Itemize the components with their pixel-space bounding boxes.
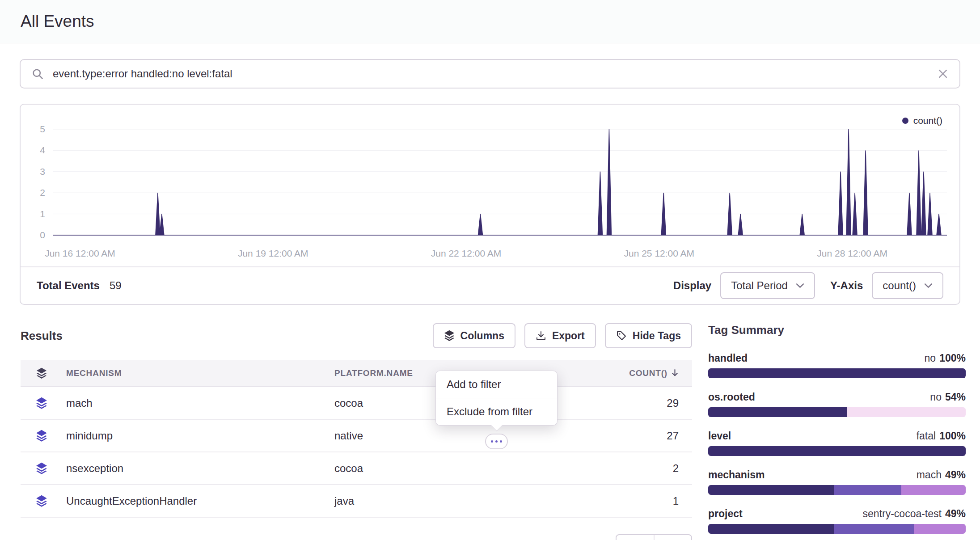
table-row[interactable]: machcocoa29 <box>21 387 692 420</box>
close-icon <box>937 68 949 80</box>
context-menu: Add to filterExclude from filter <box>435 371 558 426</box>
table-row[interactable]: minidumpnative27 <box>21 420 692 452</box>
column-header-mechanism[interactable]: MECHANISM <box>63 368 331 378</box>
results-table: MECHANISM PLATFORM.NAME COUNT() machcoco… <box>21 360 692 518</box>
cell-count: 27 <box>585 430 692 442</box>
chevron-down-icon <box>796 283 804 288</box>
tag-bar-segment <box>834 524 914 534</box>
row-actions-button[interactable] <box>485 434 508 449</box>
cell-count: 2 <box>585 462 692 475</box>
tag-bar-segment <box>708 407 847 417</box>
tag-name[interactable]: os.rooted <box>708 391 755 403</box>
tag-distribution-bar[interactable] <box>708 446 966 456</box>
total-events-label: Total Events <box>37 279 100 292</box>
tag-bar-segment <box>914 524 966 534</box>
svg-text:Jun 16 12:00 AM: Jun 16 12:00 AM <box>45 248 115 258</box>
yaxis-dropdown[interactable]: count() <box>872 272 943 299</box>
tag-name[interactable]: level <box>708 430 731 442</box>
columns-button[interactable]: Columns <box>433 323 515 348</box>
tag-bar-segment <box>708 485 834 495</box>
button-label: Hide Tags <box>633 330 681 342</box>
tag-name[interactable]: mechanism <box>708 469 765 481</box>
tag-top-value: fatal100% <box>917 430 966 442</box>
column-header-count[interactable]: COUNT() <box>585 368 692 378</box>
tag-os.rooted: os.rootedno54% <box>708 391 966 417</box>
button-label: Columns <box>460 330 504 342</box>
layers-icon <box>444 330 455 342</box>
events-chart-panel: count() 012345Jun 16 12:00 AMJun 19 12:0… <box>20 104 960 305</box>
cell-mechanism[interactable]: nsexception <box>63 462 331 475</box>
tag-name[interactable]: handled <box>708 352 748 364</box>
tag-top-value: mach49% <box>917 469 966 481</box>
cell-count: 29 <box>585 397 692 409</box>
layers-icon <box>21 495 63 507</box>
cell-platform-name[interactable]: java <box>331 495 585 507</box>
search-input[interactable]: event.type:error handled:no level:fatal <box>53 68 928 80</box>
tag-level: levelfatal100% <box>708 430 966 456</box>
tag-distribution-bar[interactable] <box>708 407 966 417</box>
svg-text:2: 2 <box>40 187 45 198</box>
table-row[interactable]: nsexceptioncocoa2 <box>21 452 692 485</box>
clear-search-button[interactable] <box>937 68 949 80</box>
tag-handled: handledno100% <box>708 352 966 378</box>
tag-name[interactable]: project <box>708 508 743 520</box>
previous-page-button[interactable] <box>617 535 654 540</box>
search-bar: event.type:error handled:no level:fatal <box>20 59 960 89</box>
svg-text:Jun 28 12:00 AM: Jun 28 12:00 AM <box>817 248 887 258</box>
chart-legend: count() <box>902 115 942 126</box>
ellipsis-icon <box>491 440 493 443</box>
pagination-buttons[interactable] <box>616 534 692 540</box>
page-header: All Events <box>0 0 980 43</box>
cell-mechanism[interactable]: UncaughtExceptionHandler <box>63 495 331 507</box>
legend-dot <box>902 118 908 124</box>
results-section: Results Columns Export Hide Tags MECHANI… <box>21 323 692 540</box>
svg-text:4: 4 <box>40 145 45 155</box>
cell-mechanism[interactable]: mach <box>63 397 331 409</box>
svg-text:Jun 25 12:00 AM: Jun 25 12:00 AM <box>624 248 695 258</box>
table-header-row: MECHANISM PLATFORM.NAME COUNT() <box>21 360 692 387</box>
next-page-button[interactable] <box>654 535 692 540</box>
svg-text:Jun 22 12:00 AM: Jun 22 12:00 AM <box>431 248 502 258</box>
hide-tags-button[interactable]: Hide Tags <box>605 323 692 348</box>
chevron-down-icon <box>924 283 933 288</box>
all-events-page: { "page": { "title": "All Events" }, "se… <box>0 0 980 540</box>
total-events-value: 59 <box>110 279 122 292</box>
tag-top-value: no54% <box>930 391 966 403</box>
tag-top-value: sentry-cocoa-test49% <box>863 508 966 520</box>
layers-icon <box>21 367 63 379</box>
results-heading: Results <box>21 329 63 343</box>
table-row[interactable]: UncaughtExceptionHandlerjava1 <box>21 485 692 518</box>
layers-icon <box>21 462 63 475</box>
table-body: machcocoa29 minidumpnative27 nsexception… <box>21 387 692 518</box>
svg-text:Jun 19 12:00 AM: Jun 19 12:00 AM <box>238 248 308 258</box>
sort-descending-icon <box>671 369 679 377</box>
layers-icon <box>21 397 63 409</box>
yaxis-label: Y-Axis <box>830 279 863 292</box>
tag-mechanism: mechanismmach49% <box>708 469 966 495</box>
events-chart: 012345Jun 16 12:00 AMJun 19 12:00 AMJun … <box>21 105 959 266</box>
yaxis-dropdown-value: count() <box>883 279 916 292</box>
search-icon <box>31 68 44 80</box>
display-dropdown[interactable]: Total Period <box>720 272 815 299</box>
cell-mechanism[interactable]: minidump <box>63 430 331 442</box>
page-title: All Events <box>21 12 94 31</box>
tag-list: handledno100%os.rootedno54%levelfatal100… <box>708 352 966 534</box>
cell-count: 1 <box>585 495 692 507</box>
tag-summary: Tag Summary handledno100%os.rootedno54%l… <box>708 323 966 540</box>
add-to-filter-menu-item[interactable]: Add to filter <box>436 371 557 398</box>
tag-distribution-bar[interactable] <box>708 524 966 534</box>
results-actions: Columns Export Hide Tags <box>433 323 692 348</box>
results-header: Results Columns Export Hide Tags <box>21 323 692 348</box>
tag-distribution-bar[interactable] <box>708 368 966 378</box>
export-button[interactable]: Export <box>524 323 596 348</box>
svg-text:3: 3 <box>40 166 45 177</box>
cell-platform-name[interactable]: native <box>331 430 585 442</box>
svg-text:0: 0 <box>40 230 45 240</box>
cell-platform-name[interactable]: cocoa <box>331 462 585 475</box>
content: Results Columns Export Hide Tags MECHANI… <box>21 323 966 540</box>
tag-icon <box>616 330 627 342</box>
svg-text:5: 5 <box>40 124 45 134</box>
tag-top-value: no100% <box>925 352 966 364</box>
download-icon <box>536 330 546 342</box>
tag-distribution-bar[interactable] <box>708 485 966 495</box>
